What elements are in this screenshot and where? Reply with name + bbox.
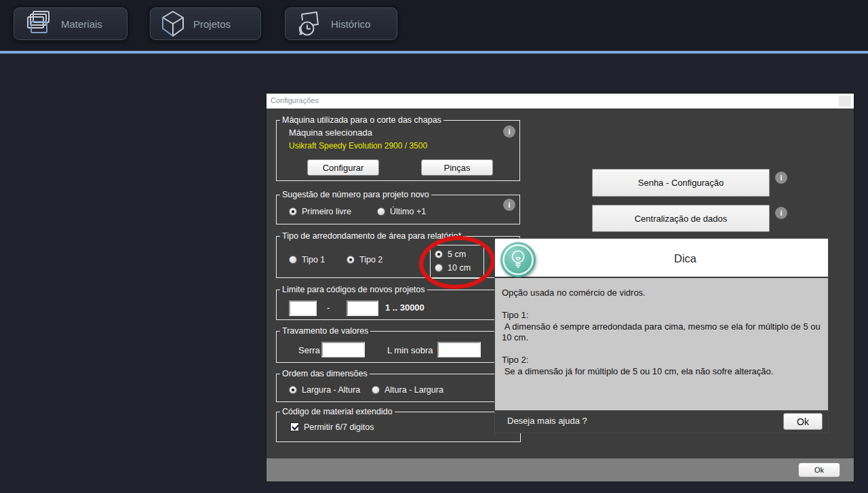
toolbar-divider [0,51,868,54]
clamps-button[interactable]: Pinças [421,159,493,176]
permit-digits-checkbox[interactable] [290,422,299,431]
password-config-button[interactable]: Senha - Configuração [592,169,770,197]
machine-selected-label: Máquina selecionada [289,127,372,138]
configure-button[interactable]: Configurar [307,159,379,176]
cube-icon [161,10,185,37]
info-icon-password[interactable]: i [775,172,787,184]
radio-ultimo-mais-um[interactable]: Último +1 [377,207,426,216]
radio-largura-altura[interactable]: Largura - Altura [289,385,360,395]
group-project-number: Sugestão de número para projeto novo Pri… [276,195,520,224]
toolbar-button-label: Histórico [331,18,370,30]
radio-label: Altura - Largura [384,385,443,395]
toolbar-button-materiais[interactable]: Materiais [14,7,127,40]
radio-label: Tipo 1 [302,255,325,264]
close-button[interactable] [839,96,851,106]
group-rounding-legend: Tipo de arredondamento de área para rela… [280,231,463,241]
radio-label: Tipo 2 [359,255,382,264]
saw-input[interactable] [321,342,365,357]
radio-tipo-2[interactable]: Tipo 2 [347,255,382,264]
tip-popup-text: Opção usada no comércio de vidros. Tipo … [502,288,824,377]
lmin-label: L min sobra [387,345,433,355]
group-value-lock-legend: Travamento de valores [280,326,370,336]
tip-popup: Dica Opção usada no comércio de vidros. … [495,239,828,433]
group-extended-code-legend: Código de material extendido [280,407,395,416]
radio-dot [289,208,297,216]
dialog-ok-button[interactable]: Ok [798,462,840,477]
code-limit-from-input[interactable] [289,300,317,316]
radio-dot [289,386,297,394]
code-limit-separator: - [327,302,330,313]
top-toolbar: Materiais Projetos Histórico [0,0,868,51]
radio-label: 5 cm [448,250,466,259]
tip-popup-footer: Deseja mais ajuda ? Ok [495,410,828,433]
toolbar-button-historico[interactable]: Histórico [285,7,397,40]
group-dimension-order-legend: Ordem das dimensões [280,369,370,378]
tip-more-help-question: Deseja mais ajuda ? [507,416,587,426]
group-code-limit: Limite para códigos de novos projetos - … [276,290,497,320]
group-machine: Máquina utilizada para o corte das chapa… [276,120,520,181]
code-limit-range-label: 1 .. 30000 [385,302,425,313]
dialog-footer: Ok [267,458,854,481]
toolbar-button-projetos[interactable]: Projetos [150,7,261,40]
radio-10cm[interactable]: 10 cm [435,263,471,273]
radio-label: Último +1 [390,207,426,216]
group-project-number-legend: Sugestão de número para projeto novo [280,190,431,199]
machine-name-value: Usikraft Speedy Evolution 2900 / 3500 [289,141,427,151]
radio-dot [435,264,443,272]
radio-tipo-1[interactable]: Tipo 1 [289,255,325,264]
toolbar-button-label: Materiais [61,18,102,30]
group-rounding: Tipo de arredondamento de área para rela… [276,236,520,278]
tip-popup-title: Dica [542,252,828,265]
group-code-limit-legend: Limite para códigos de novos projetos [280,285,427,294]
info-icon-project-number[interactable]: i [503,199,515,211]
info-icon-centralization[interactable]: i [775,207,787,219]
cm-options-box: 5 cm 10 cm [430,245,484,279]
permit-digits-label: Permitir 6/7 digitos [304,422,374,432]
saw-label: Serra [298,345,320,355]
group-dimension-order: Ordem das dimensões Largura - Altura Alt… [276,374,497,402]
radio-label: Largura - Altura [302,385,360,395]
radio-altura-largura[interactable]: Altura - Largura [372,385,443,395]
radio-5cm[interactable]: 5 cm [435,250,466,259]
lmin-input[interactable] [437,342,481,357]
radio-dot [372,386,380,394]
group-value-lock: Travamento de valores Serra L min sobra [276,331,497,363]
radio-label: 10 cm [448,263,471,273]
group-extended-code: Código de material extendido Permitir 6/… [276,412,521,442]
toolbar-button-label: Projetos [193,18,231,30]
layers-icon [24,11,53,37]
radio-label: Primeiro livre [302,207,351,216]
radio-dot [377,208,385,216]
radio-dot [435,250,443,258]
data-centralization-button[interactable]: Centralização de dados [592,205,770,232]
info-icon-machine[interactable]: i [503,125,515,138]
tip-ok-button[interactable]: Ok [783,413,823,430]
code-limit-to-input[interactable] [347,300,378,316]
lightbulb-icon [500,241,536,278]
group-machine-legend: Máquina utilizada para o corte das chapa… [280,115,443,125]
dialog-title: Configurações [271,96,319,104]
radio-primeiro-livre[interactable]: Primeiro livre [289,207,351,216]
tip-popup-header: Dica [495,239,828,278]
dialog-titlebar[interactable]: Configurações [267,94,854,109]
history-icon [296,10,323,37]
radio-dot [289,256,297,264]
radio-dot [347,256,355,264]
tip-popup-body: Opção usada no comércio de vidros. Tipo … [495,278,828,410]
